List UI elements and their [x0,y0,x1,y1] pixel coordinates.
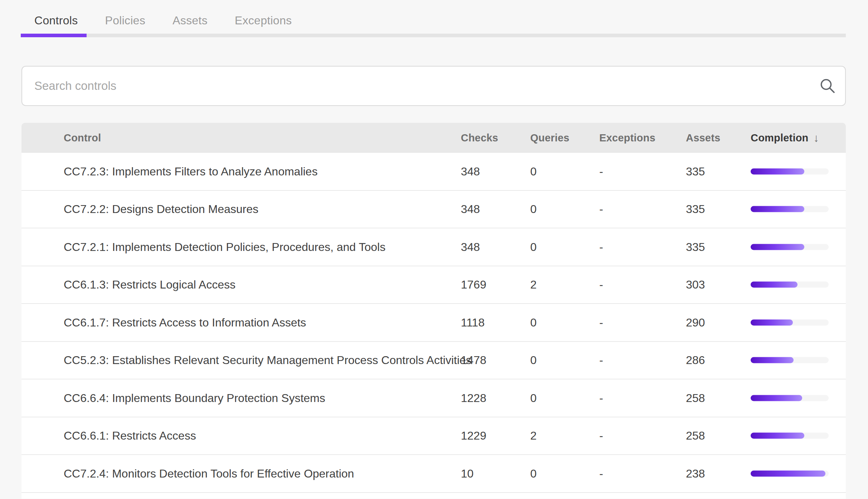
cell-exceptions: - [599,165,603,178]
cell-checks: 1228 [461,391,486,404]
table-body: CC7.2.3: Implements Filters to Analyze A… [21,153,846,493]
tab-controls[interactable]: Controls [21,14,92,27]
completion-bar-fill [751,319,793,325]
cell-queries: 0 [530,391,537,404]
cell-checks: 348 [461,165,480,178]
controls-table: Control Checks Queries Exceptions Assets… [21,123,846,499]
search-input[interactable] [34,79,819,93]
completion-bar-fill [751,395,802,401]
cell-exceptions: - [599,467,603,480]
tab-policies[interactable]: Policies [92,14,159,27]
tab-bar: Controls Policies Assets Exceptions [21,0,306,37]
table-header: Control Checks Queries Exceptions Assets… [21,123,846,153]
cell-exceptions: - [599,316,603,329]
cell-queries: 0 [530,203,537,216]
column-header-exceptions[interactable]: Exceptions [599,132,655,144]
cell-queries: 0 [530,354,537,367]
cell-checks: 1118 [461,316,484,329]
cell-exceptions: - [599,391,603,404]
cell-queries: 2 [530,278,537,291]
cell-assets: 258 [686,429,705,442]
table-row[interactable]: CC6.6.1: Restricts Access 1229 2 - 258 [21,417,846,455]
table-row[interactable]: CC6.6.4: Implements Boundary Protection … [21,379,846,417]
completion-bar-track [751,282,829,288]
cell-queries: 0 [530,240,537,253]
cell-checks: 1478 [461,354,486,367]
cell-assets: 335 [686,165,705,178]
cell-checks: 348 [461,203,480,216]
cell-exceptions: - [599,240,603,253]
cell-exceptions: - [599,203,603,216]
cell-checks: 1769 [461,278,486,291]
cell-assets: 335 [686,203,705,216]
completion-bar-fill [751,433,804,439]
cell-control: CC7.2.1: Implements Detection Policies, … [64,240,385,253]
tab-assets[interactable]: Assets [159,14,221,27]
completion-bar-track [751,244,829,250]
cell-assets: 258 [686,391,705,404]
table-row[interactable]: CC7.2.3: Implements Filters to Analyze A… [21,153,846,191]
completion-bar-track [751,470,829,476]
column-header-control[interactable]: Control [64,132,101,144]
controls-page: { "tabs": [ {"label": "Controls", "activ… [0,0,868,499]
column-header-completion-label: Completion [751,132,809,144]
completion-bar-fill [751,282,798,288]
cell-queries: 0 [530,165,537,178]
cell-checks: 10 [461,467,474,480]
table-row[interactable]: CC6.1.3: Restricts Logical Access 1769 2… [21,266,846,304]
completion-bar-track [751,395,829,401]
tab-exceptions[interactable]: Exceptions [221,14,306,27]
cell-exceptions: - [599,429,603,442]
column-header-checks[interactable]: Checks [461,132,498,144]
column-header-assets[interactable]: Assets [686,132,720,144]
column-header-queries[interactable]: Queries [530,132,569,144]
completion-bar-fill [751,357,794,363]
cell-control: CC6.6.4: Implements Boundary Protection … [64,391,325,404]
completion-bar-track [751,168,829,174]
cell-queries: 0 [530,316,537,329]
cell-control: CC6.1.7: Restricts Access to Information… [64,316,306,329]
completion-bar-track [751,319,829,325]
cell-control: CC6.1.3: Restricts Logical Access [64,278,235,291]
completion-bar-fill [751,206,804,212]
cell-assets: 290 [686,316,705,329]
cell-assets: 335 [686,240,705,253]
cell-assets: 286 [686,354,705,367]
completion-bar-fill [751,470,825,476]
active-tab-indicator [21,34,87,37]
cell-queries: 2 [530,429,537,442]
cell-control: CC7.2.4: Monitors Detection Tools for Ef… [64,467,354,480]
cell-control: CC5.2.3: Establishes Relevant Security M… [64,354,472,367]
table-row[interactable]: CC7.2.2: Designs Detection Measures 348 … [21,191,846,229]
completion-bar-track [751,433,829,439]
table-row[interactable]: CC7.2.4: Monitors Detection Tools for Ef… [21,455,846,493]
table-row[interactable]: CC7.2.1: Implements Detection Policies, … [21,228,846,266]
completion-bar-fill [751,244,804,250]
table-row[interactable]: CC6.1.7: Restricts Access to Information… [21,304,846,342]
table-row-partial [21,493,846,499]
search-box [21,66,846,106]
cell-checks: 1229 [461,429,486,442]
column-header-completion[interactable]: Completion↓ [751,131,819,144]
completion-bar-track [751,206,829,212]
completion-bar-track [751,357,829,363]
cell-control: CC7.2.2: Designs Detection Measures [64,203,258,216]
cell-assets: 303 [686,278,705,291]
cell-queries: 0 [530,467,537,480]
cell-exceptions: - [599,278,603,291]
cell-control: CC7.2.3: Implements Filters to Analyze A… [64,165,318,178]
tab-track-divider [21,34,846,37]
sort-desc-icon: ↓ [814,132,819,145]
cell-exceptions: - [599,354,603,367]
cell-control: CC6.6.1: Restricts Access [64,429,196,442]
completion-bar-fill [751,168,804,174]
cell-assets: 238 [686,467,705,480]
table-row[interactable]: CC5.2.3: Establishes Relevant Security M… [21,342,846,380]
search-icon[interactable] [819,78,836,94]
cell-checks: 348 [461,240,480,253]
